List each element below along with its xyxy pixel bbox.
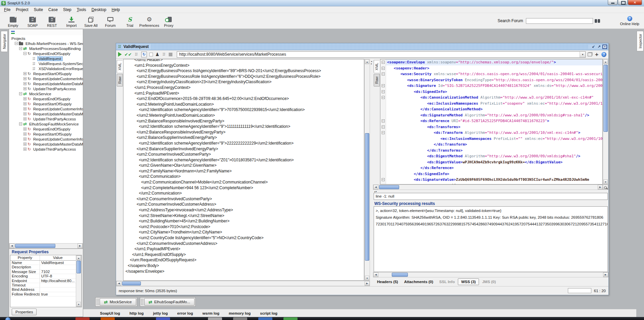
start-orb-icon[interactable] [5,317,10,320]
tree-expander[interactable] [15,42,18,45]
tree-expander[interactable] [23,143,26,146]
log-tab-wsrm[interactable]: wsrm log [203,311,219,315]
window-unmaximize-icon[interactable]: ↙ [591,45,596,49]
fold-toggle-icon[interactable] [382,90,385,93]
property-row[interactable]: EncodingUTF-8 [10,274,76,278]
tree-item[interactable]: ↻UpdateThirdPartyAccess [9,147,83,152]
minimize-button[interactable] [608,0,618,5]
fold-toggle-icon[interactable] [382,61,385,64]
editor-tab-xml[interactable]: XML [117,60,123,73]
scrollbar-thumb[interactable] [379,185,399,189]
toolbar-soap-button[interactable]: SOAP [23,13,42,29]
tree-item[interactable]: ↻RequestUpdateMasterDataMeter [9,111,83,116]
wss-horizontal-scrollbar[interactable] [373,272,608,277]
fold-toggle-icon[interactable] [382,119,385,122]
taskbar-icon[interactable] [258,317,272,320]
taskbar-icon[interactable] [156,317,170,320]
taskbar-icon[interactable] [283,317,298,320]
log-tab-error[interactable]: error log [177,311,193,315]
property-row[interactable]: NameValidRequest [10,261,76,265]
tabbed-layout-icon[interactable] [588,53,592,56]
tree-item[interactable]: ↻RequestUpdateCustomerInform [9,106,83,111]
log-tab-memory[interactable]: memory log [229,311,251,315]
scroll-left-button[interactable] [373,185,378,190]
property-row[interactable]: Bind Address [10,287,76,292]
scroll-right-button[interactable] [598,185,603,190]
cancel-request-icon[interactable] [149,53,153,56]
tree-item[interactable]: ↻UpdateThirdPartyAccess [9,116,83,121]
wss-results-box[interactable]: >, action=32, token-element=[wsu:Timesta… [374,206,608,272]
tree-item[interactable]: SOAPXSDValidationErrorRequest [9,66,83,71]
restore-button[interactable] [618,0,628,5]
tree-item[interactable]: ⇄MockService [9,91,83,96]
tree-expander[interactable] [23,127,26,130]
tree-expander[interactable] [19,92,22,95]
menu-file[interactable]: File [1,7,13,13]
scrollbar-thumb[interactable] [392,273,408,277]
tree-item[interactable]: ↻RequestUpdateMasterDataMeter [9,81,83,86]
project-tree[interactable]: ProjectsElhub-MarketProcesses - WS-Secur… [9,35,83,243]
fold-toggle-icon[interactable] [382,131,385,134]
search-icon[interactable] [595,19,600,23]
tree-item[interactable]: ↻RequestUpdateCustomerInform [9,137,83,142]
response-horizontal-scrollbar[interactable] [373,184,608,190]
menu-help[interactable]: Help [109,7,123,13]
scrollbar-thumb[interactable] [122,281,141,285]
window-maximize-icon[interactable]: ↗ [597,45,601,49]
menu-project[interactable]: Project [13,7,31,13]
property-row[interactable]: Description [10,265,76,269]
help-icon[interactable]: ? [601,52,606,57]
tree-item[interactable]: ↻RequestUpdateCustomerInform [9,76,83,81]
tree-expander[interactable] [23,72,26,75]
scroll-right-button[interactable] [365,281,370,286]
log-tab-script[interactable]: script log [260,311,277,315]
scrollbar-thumb[interactable] [365,133,369,261]
properties-vertical-scrollbar[interactable] [76,255,82,307]
window-close-icon[interactable]: ✕ [602,45,607,49]
scrollbar-thumb[interactable] [15,244,55,248]
close-button[interactable] [628,0,642,5]
tree-expander[interactable] [23,77,26,80]
tree-item[interactable]: Projects [9,36,83,41]
tree-item[interactable]: ⇄MarketProcessesSoapBinding [9,46,83,51]
taskbar-icon[interactable] [75,317,90,320]
response-tab-wss[interactable]: WSS (3) [458,278,479,285]
menu-desktop[interactable]: Desktop [89,7,109,13]
tree-item[interactable]: ↻RequestEndOfSupply [9,126,83,131]
tree-horizontal-scrollbar[interactable] [9,243,83,249]
minimized-window-button[interactable]: ⇄ElhubSoapFaultMo... [144,298,195,306]
request-window-titlebar[interactable]: SOAP ValidRequest ↙ ↗ ✕ [116,43,608,50]
endpoint-combo[interactable]: http://localhost:8080/WebService/service… [177,51,586,58]
fold-toggle-icon[interactable] [382,84,385,87]
toolbar-save-all-button[interactable]: Save All [81,13,101,29]
tree-item[interactable]: ↻RequestStartOfSupply [9,71,83,76]
property-row[interactable]: Timeout [10,283,76,287]
properties-tab[interactable]: Properties [12,309,37,315]
inspector-tab[interactable]: Inspector [637,31,644,51]
tree-item[interactable]: ↻RequestEndOfSupply [9,51,83,56]
editor-tab-raw[interactable]: Raw [374,74,380,87]
drag-grip[interactable] [96,299,99,305]
column-header[interactable]: Property [10,255,40,260]
request-vertical-scrollbar[interactable] [364,59,370,281]
tree-item[interactable]: ↻RequestUpdateMasterDataMeter [9,142,83,147]
add-to-testcase-icon[interactable]: SOAP [134,53,139,56]
tree-item[interactable]: SOAPValidRequest-System/Securit [9,61,83,66]
menu-suite[interactable]: Suite [31,7,46,13]
response-tab-jms[interactable]: JMS (0) [482,280,496,284]
property-row[interactable]: Endpointhttp://localhost:80... [10,279,76,283]
log-tab-jetty[interactable]: jetty log [153,311,168,315]
add-icon[interactable]: + [595,52,599,57]
response-vertical-scrollbar[interactable] [603,59,608,184]
tree-options-icon[interactable] [11,31,15,34]
tree-expander[interactable] [23,102,26,105]
property-row[interactable]: Follow Redirectstrue [10,292,76,297]
tree-item[interactable]: ↻RequestStartOfSupply [9,131,83,137]
response-tab-attachments[interactable]: Attachments (0) [404,280,433,284]
scrollbar-thumb[interactable] [76,261,81,273]
taskbar-icon[interactable] [233,317,247,320]
menu-step[interactable]: Step [60,7,74,13]
tree-expander[interactable] [23,82,26,85]
response-tab-headers[interactable]: Headers (5) [377,280,398,284]
taskbar-icon[interactable] [101,317,115,320]
